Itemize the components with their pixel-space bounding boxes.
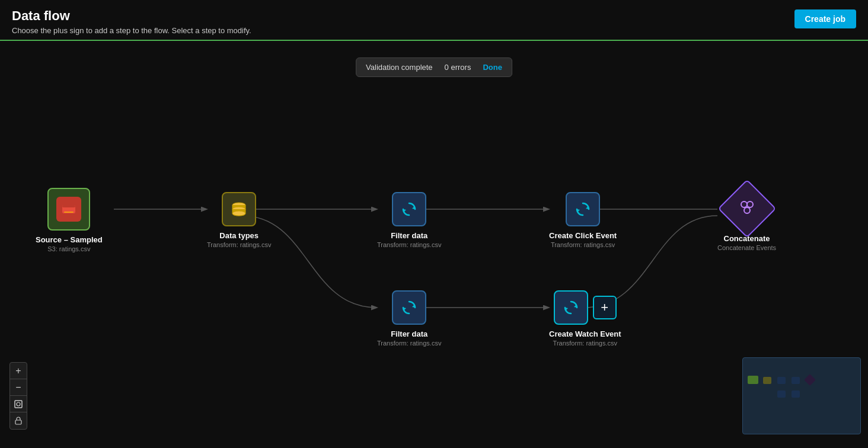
svg-rect-7: [64, 212, 74, 213]
create-watch-group: +: [554, 290, 617, 325]
concatenate-wrapper: [726, 188, 768, 229]
filter-bottom-icon[interactable]: [392, 290, 426, 325]
filter-bottom-node[interactable]: Filter data Transform: ratings.csv: [377, 290, 441, 347]
plus-icon: +: [601, 300, 608, 315]
svg-rect-24: [15, 420, 21, 424]
create-job-button[interactable]: Create job: [794, 9, 856, 28]
zoom-out-button[interactable]: −: [10, 379, 27, 396]
source-inner-icon: [56, 197, 81, 222]
svg-point-10: [232, 211, 245, 216]
filter-bottom-symbol: [400, 299, 418, 316]
create-click-label: Create Click Event Transform: ratings.cs…: [549, 231, 617, 248]
s3-icon: [60, 201, 77, 217]
svg-rect-6: [62, 205, 75, 207]
source-node-icon[interactable]: [47, 188, 90, 231]
source-node[interactable]: Source – Sampled S3: ratings.csv: [36, 188, 103, 252]
validation-message: Validation complete: [366, 63, 433, 72]
add-step-button[interactable]: +: [593, 296, 617, 319]
filter-top-node[interactable]: Filter data Transform: ratings.csv: [377, 192, 441, 248]
svg-point-23: [17, 402, 20, 406]
mini-watch: [792, 391, 800, 398]
data-types-node[interactable]: Data types Transform: ratings.csv: [207, 192, 271, 248]
svg-point-15: [741, 201, 747, 207]
svg-point-16: [747, 201, 753, 207]
page-subtitle: Choose the plus sign to add a step to th…: [12, 26, 856, 35]
svg-point-17: [744, 207, 750, 213]
zoom-controls: + −: [9, 362, 27, 430]
concatenate-icon[interactable]: [717, 180, 776, 238]
concatenate-symbol: [737, 197, 757, 217]
data-types-label: Data types Transform: ratings.csv: [207, 231, 271, 248]
svg-rect-22: [15, 401, 22, 408]
minimap: [742, 357, 861, 434]
lock-icon: [14, 417, 23, 425]
lock-button[interactable]: [10, 412, 27, 429]
database-icon: [229, 200, 248, 219]
source-label: Source – Sampled S3: ratings.csv: [36, 235, 103, 252]
create-watch-node[interactable]: + Create Watch Event Transform: ratings.…: [549, 290, 621, 347]
mini-source: [748, 376, 758, 384]
minimap-content: [743, 358, 860, 434]
validation-banner: Validation complete 0 errors Done: [356, 57, 512, 77]
create-click-node[interactable]: Create Click Event Transform: ratings.cs…: [549, 192, 617, 248]
validation-errors: 0 errors: [445, 63, 471, 72]
fit-view-button[interactable]: [10, 396, 27, 412]
mini-filter1: [777, 377, 786, 384]
filter-top-label: Filter data Transform: ratings.csv: [377, 231, 441, 248]
refresh-icon: [400, 200, 418, 218]
create-watch-icon[interactable]: [554, 290, 588, 325]
fit-icon: [14, 399, 23, 409]
concatenate-node[interactable]: Concatenate Concatenate Events: [717, 188, 776, 251]
mini-concat: [804, 374, 816, 386]
watch-event-symbol: [562, 299, 580, 316]
page-title: Data flow: [12, 8, 856, 24]
zoom-in-button[interactable]: +: [10, 363, 27, 379]
create-click-icon[interactable]: [566, 192, 600, 226]
click-event-icon: [574, 200, 592, 218]
create-watch-label: Create Watch Event Transform: ratings.cs…: [549, 329, 621, 347]
data-types-icon[interactable]: [222, 192, 256, 226]
filter-bottom-label: Filter data Transform: ratings.csv: [377, 329, 441, 347]
flow-canvas: Validation complete 0 errors Done: [0, 41, 868, 441]
mini-datatypes: [763, 377, 771, 384]
filter-top-icon[interactable]: [392, 192, 426, 226]
validation-done-button[interactable]: Done: [483, 63, 502, 72]
mini-filter2: [777, 391, 786, 398]
page-header: Data flow Choose the plus sign to add a …: [0, 0, 868, 41]
concatenate-inner: [737, 197, 757, 220]
mini-click: [792, 377, 800, 384]
